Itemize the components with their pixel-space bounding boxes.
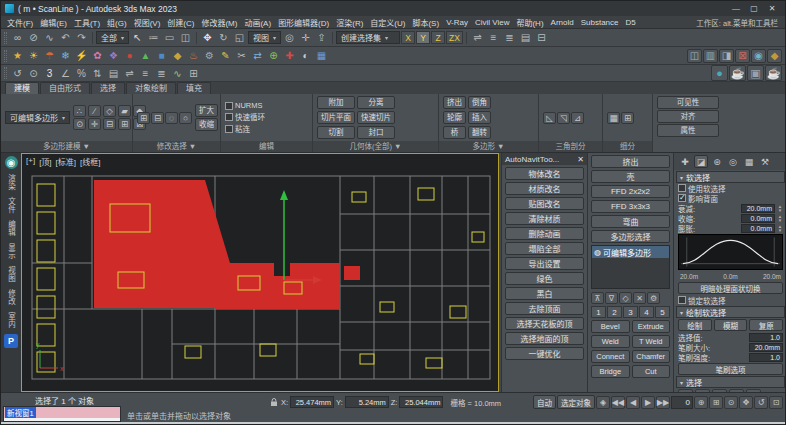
- grow-selection-icon[interactable]: ⊞: [137, 112, 150, 124]
- ribbon-button[interactable]: 收缩: [195, 118, 218, 131]
- lock-soft-selection-checkbox[interactable]: [678, 296, 686, 304]
- plus-circle-tool-icon[interactable]: ⊕: [266, 49, 281, 63]
- redo-icon[interactable]: ↷: [74, 31, 89, 45]
- ribbon-tab[interactable]: 建模: [5, 82, 39, 94]
- soft-selection-rollout[interactable]: 软选择: [676, 171, 785, 183]
- swap-arrows-tool-icon[interactable]: ⇄: [250, 49, 265, 63]
- layer-manager-icon[interactable]: ≣: [502, 31, 517, 45]
- edge-subobject-icon[interactable]: ∕: [88, 105, 101, 117]
- schematic-view-icon[interactable]: ⊞: [186, 66, 201, 80]
- lightning-tool-icon[interactable]: ⚡: [74, 49, 89, 63]
- poly-tool-button[interactable]: Cut: [632, 365, 671, 378]
- ribbon-toggle[interactable]: 快速循环: [225, 111, 265, 122]
- play-icon[interactable]: ▶: [641, 396, 655, 409]
- minimize-button[interactable]: —: [727, 4, 745, 13]
- panel-f-icon[interactable]: ◆: [767, 49, 782, 63]
- ribbon-toggle[interactable]: 粘连: [225, 123, 265, 134]
- poly-tool-button[interactable]: Weld: [591, 335, 630, 348]
- spinner-icon[interactable]: ▴▾: [777, 204, 783, 212]
- selected-mode-dropdown[interactable]: 选定对象: [557, 395, 595, 409]
- scene-explorer-icon[interactable]: ⊟: [534, 31, 549, 45]
- checkbox-icon[interactable]: [225, 125, 233, 133]
- panel-b-icon[interactable]: ▥: [703, 49, 718, 63]
- pivot-toggle-icon[interactable]: ✛: [88, 118, 101, 130]
- rect-selection-region-icon[interactable]: ▭: [162, 31, 177, 45]
- coord-x-field[interactable]: 25.474mm: [290, 396, 334, 408]
- ribbon-button[interactable]: 切片平面: [317, 111, 355, 124]
- toolbar-grip[interactable]: [4, 32, 7, 44]
- material-editor-icon[interactable]: ●: [711, 65, 728, 81]
- viewport-menu[interactable]: [顶]: [39, 156, 51, 167]
- spinner-icon[interactable]: ▴▾: [777, 224, 783, 232]
- panel-label[interactable]: 修改选择 ▼: [133, 141, 220, 152]
- coord-z-field[interactable]: 25.044mm: [399, 396, 443, 408]
- polygon-subobject-icon[interactable]: ▰: [118, 105, 131, 117]
- menu-item[interactable]: 创建(C): [164, 17, 197, 28]
- ribbon-button[interactable]: 桥: [443, 126, 466, 139]
- modifier-button[interactable]: FFD 2x2x2: [591, 185, 670, 198]
- pinch-field[interactable]: 0.0mm: [741, 214, 775, 223]
- grid-tool-icon[interactable]: ▦: [314, 49, 329, 63]
- render-production-icon[interactable]: ☕: [765, 65, 782, 81]
- ribbon-button[interactable]: 倒角: [468, 96, 491, 109]
- selection-rollout[interactable]: 选择: [676, 376, 785, 388]
- menu-item[interactable]: Substance: [578, 18, 622, 27]
- visibility-bulb-icon[interactable]: ◍: [594, 248, 601, 257]
- toolbar-grip[interactable]: [4, 67, 7, 79]
- macro-recorder-line[interactable]: 新视窗1: [4, 407, 120, 418]
- spinner-icon[interactable]: ▴▾: [777, 214, 783, 222]
- configure-sets-icon[interactable]: ⚙: [647, 292, 660, 304]
- paint-soft-selection-rollout[interactable]: 绘制软选择: [676, 306, 785, 318]
- poly-tool-button[interactable]: Chamfer: [632, 350, 671, 363]
- ribbon-tab[interactable]: 选择: [91, 82, 125, 94]
- ribbon-button[interactable]: 对齐: [657, 110, 719, 123]
- previous-frame-icon[interactable]: ◀: [626, 396, 640, 409]
- panel-label[interactable]: 细分: [603, 141, 652, 152]
- align-icon[interactable]: ≡: [486, 31, 501, 45]
- shaded-face-toggle-button[interactable]: 明暗处理面状切换: [678, 282, 783, 294]
- vertex-subobject-icon[interactable]: ∴: [73, 105, 86, 117]
- viewport-canvas[interactable]: x y: [22, 154, 498, 391]
- flower-tool-icon[interactable]: ✿: [90, 49, 105, 63]
- checkbox-icon[interactable]: [225, 113, 233, 121]
- ribbon-button[interactable]: 封口: [357, 126, 395, 139]
- viewport-menu[interactable]: [标准]: [56, 156, 76, 167]
- select-and-move-icon[interactable]: ✥: [200, 31, 215, 45]
- create-tab-icon[interactable]: ✚: [678, 155, 692, 168]
- make-unique-icon[interactable]: ◇: [619, 292, 632, 304]
- plugin-button[interactable]: 导出设置: [505, 257, 584, 270]
- menu-item[interactable]: 修改器(M): [198, 17, 240, 28]
- bind-to-spacewarp-icon[interactable]: ∿: [42, 31, 57, 45]
- snap-toggle-3d-icon[interactable]: 3: [42, 66, 57, 80]
- subobject-level-button[interactable]: 2: [607, 306, 622, 318]
- axis-constraint-button[interactable]: Z: [431, 31, 445, 44]
- modifier-button[interactable]: 弯曲: [591, 215, 670, 228]
- menu-item[interactable]: V-Ray: [443, 18, 471, 27]
- menu-item[interactable]: 工具(T): [71, 17, 103, 28]
- attach-small-icon[interactable]: ⊞: [118, 118, 131, 130]
- panel-c-icon[interactable]: ◨: [719, 49, 734, 63]
- poly-tool-button[interactable]: Bridge: [591, 365, 630, 378]
- zoom-extents-icon[interactable]: ⊙: [724, 396, 738, 409]
- use-pivot-center-icon[interactable]: ◎: [282, 31, 297, 45]
- plugin-button[interactable]: 黑白: [505, 287, 584, 300]
- dock-label[interactable]: 显示: [6, 243, 17, 260]
- window-crossing-icon[interactable]: ◫: [178, 31, 193, 45]
- panel-e-icon[interactable]: ◉: [751, 49, 766, 63]
- shrink-selection-icon[interactable]: ⊟: [151, 112, 164, 124]
- plugin-button[interactable]: 选择天花板的顶: [505, 317, 584, 330]
- zoom-icon[interactable]: ⊕: [694, 396, 708, 409]
- undo-icon[interactable]: ↶: [58, 31, 73, 45]
- hotspring-tool-icon[interactable]: ♨: [186, 49, 201, 63]
- current-frame-field[interactable]: 0: [671, 396, 693, 409]
- paint-button[interactable]: 绘制: [678, 319, 712, 331]
- modifier-button[interactable]: FFD 3x3x3: [591, 200, 670, 213]
- go-to-end-icon[interactable]: ▶▶: [656, 396, 670, 409]
- plugin-button[interactable]: 绿色: [505, 272, 584, 285]
- scissors-tool-icon[interactable]: ✂: [234, 49, 249, 63]
- snowflake-tool-icon[interactable]: ❄: [58, 49, 73, 63]
- ribbon-button[interactable]: 快速切片: [357, 111, 395, 124]
- use-soft-selection-checkbox[interactable]: [678, 184, 686, 192]
- angle-snap-icon[interactable]: ∠: [58, 66, 73, 80]
- panel-label[interactable]: 多边形 ▼: [439, 141, 538, 152]
